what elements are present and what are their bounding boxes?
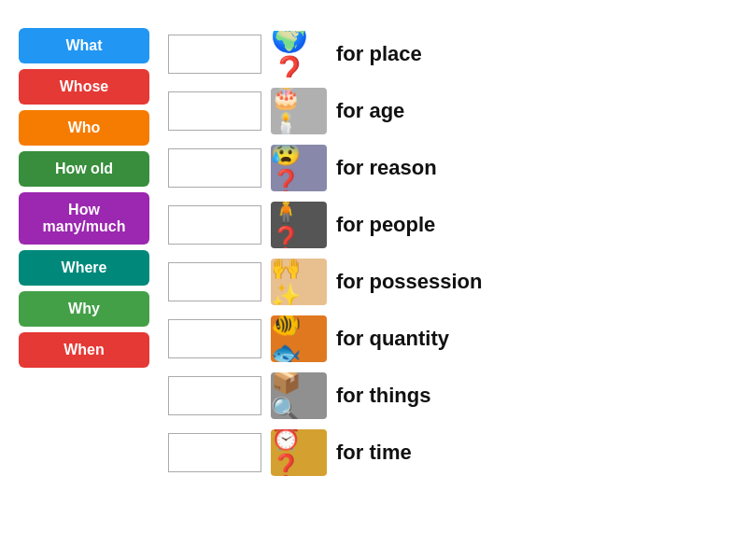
icon-reason: 😰❓ <box>271 145 327 191</box>
match-row-things: 📦🔍 for things <box>168 370 728 421</box>
icon-people: 🧍❓ <box>271 202 327 248</box>
label-people: for people <box>336 213 435 237</box>
match-row-place: 🌍❓ for place <box>168 28 728 79</box>
answer-quantity[interactable] <box>168 319 261 358</box>
match-row-people: 🧍❓ for people <box>168 199 728 250</box>
answer-things[interactable] <box>168 376 261 415</box>
icon-quantity: 🐠🐟 <box>271 315 327 362</box>
label-reason: for reason <box>336 156 437 180</box>
btn-how-many[interactable]: How many/much <box>19 192 149 245</box>
label-time: for time <box>336 441 412 465</box>
answer-time[interactable] <box>168 433 261 472</box>
buttons-column: What Whose Who How old How many/much Whe… <box>19 28 149 541</box>
match-row-age: 🎂🕯️ for age <box>168 85 728 136</box>
icon-age: 🎂🕯️ <box>271 88 327 134</box>
btn-where[interactable]: Where <box>19 250 149 286</box>
label-place: for place <box>336 42 422 66</box>
answer-people[interactable] <box>168 205 261 245</box>
label-possession: for possession <box>336 270 482 294</box>
matches-column: 🌍❓ for place 🎂🕯️ for age 😰❓ for reason 🧍… <box>168 28 728 541</box>
answer-possession[interactable] <box>168 262 261 301</box>
btn-who[interactable]: Who <box>19 110 149 146</box>
btn-why[interactable]: Why <box>19 291 149 327</box>
btn-when[interactable]: When <box>19 332 149 368</box>
label-age: for age <box>336 99 404 123</box>
match-row-time: ⏰❓ for time <box>168 427 728 478</box>
main-container: What Whose Who How old How many/much Whe… <box>0 0 747 560</box>
label-things: for things <box>336 384 430 408</box>
match-row-reason: 😰❓ for reason <box>168 142 728 193</box>
answer-reason[interactable] <box>168 148 261 188</box>
btn-how-old[interactable]: How old <box>19 151 149 187</box>
btn-whose[interactable]: Whose <box>19 69 149 105</box>
icon-things: 📦🔍 <box>271 372 327 419</box>
icon-time: ⏰❓ <box>271 429 327 476</box>
icon-place: 🌍❓ <box>271 31 327 77</box>
label-quantity: for quantity <box>336 327 449 351</box>
answer-age[interactable] <box>168 91 261 131</box>
match-row-possession: 🙌✨ for possession <box>168 256 728 307</box>
match-row-quantity: 🐠🐟 for quantity <box>168 313 728 364</box>
icon-possession: 🙌✨ <box>271 259 327 305</box>
answer-place[interactable] <box>168 35 261 74</box>
btn-what[interactable]: What <box>19 28 149 63</box>
